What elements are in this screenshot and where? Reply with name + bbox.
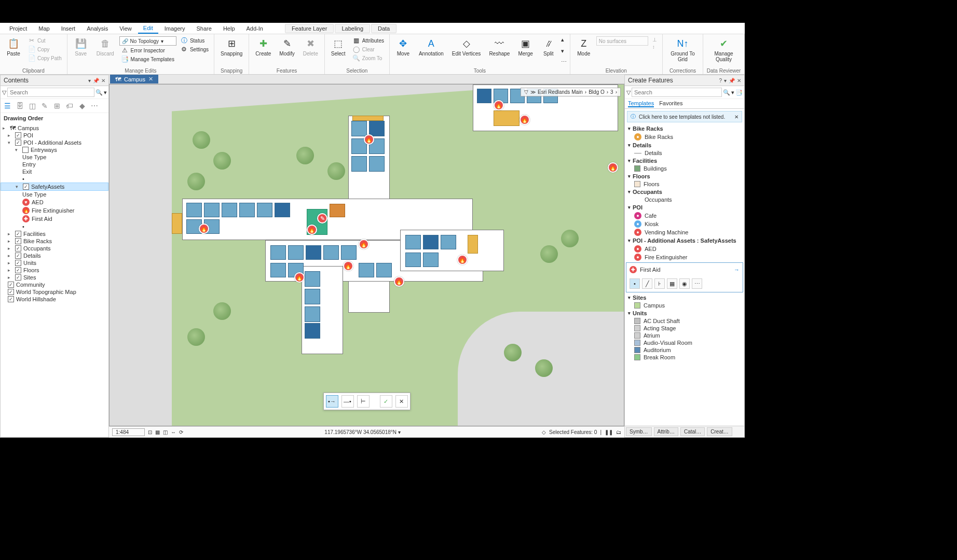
select-button[interactable]: ⬚Select [328,36,349,58]
attributes-button[interactable]: ▦Attributes [351,36,386,45]
fire-marker[interactable]: 🔥 [359,239,369,249]
sb-icon[interactable]: ⊡ [148,429,152,435]
toc-entry[interactable]: Entry [1,161,108,168]
surfaces-combo[interactable]: No surfaces [596,36,648,46]
cf-template-item[interactable]: AC Duct Shaft [625,317,744,325]
info-close-icon[interactable]: ✕ [734,114,739,120]
create-button[interactable]: ✚Create [252,36,274,58]
fire-marker[interactable]: 🔥 [608,162,618,173]
toc-exit[interactable]: Exit [1,168,108,175]
tool-point[interactable]: • [630,278,640,289]
toc-hillshade[interactable]: ✓World Hillshade [1,296,108,303]
cf-group-header[interactable]: ▾ POI - Additional Assets : SafetyAssets [625,236,744,245]
toc-entryways[interactable]: ▾Entryways [1,146,108,153]
menu-insert[interactable]: Insert [56,24,81,33]
toc-bikeracks[interactable]: ▸✓Bike Racks [1,237,108,245]
cf-template-item[interactable]: Floors [625,180,744,188]
point-tool-button[interactable]: •→ [326,395,338,408]
toc-first-aid[interactable]: ✚First Aid [1,215,108,223]
dock-catalog[interactable]: Catal… [680,427,705,436]
ctx-data[interactable]: Data [371,24,397,33]
zoomto-button[interactable]: 🔍Zoom To [351,54,386,62]
sb-icon[interactable]: ↔ [171,429,176,435]
fire-marker[interactable]: 🔥 [394,276,404,287]
reshape-button[interactable]: 〰Reshape [486,36,513,58]
discard-button[interactable]: 🗑Discard [93,36,117,58]
cf-template-item[interactable]: ●Kiosk [625,220,744,228]
fire-marker[interactable]: 🔥 [519,115,530,125]
split-button[interactable]: ⫽Split [538,36,559,58]
document-tab-campus[interactable]: 🗺Campus✕ [110,75,158,83]
sb-icon[interactable]: ⟳ [179,429,183,435]
contents-search-input[interactable] [7,88,94,97]
cf-tab-favorites[interactable]: Favorites [659,100,682,107]
fire-marker[interactable]: 🔥 [364,134,374,145]
menu-view[interactable]: View [114,24,137,33]
toc-campus[interactable]: ▸🗺Campus [1,124,108,132]
pin-icon[interactable]: ▾ [88,78,91,83]
tool-along[interactable]: ⊦ [654,278,665,289]
toc-floors[interactable]: ▸✓Floors [1,267,108,274]
cf-group-header[interactable]: ▾ Facilities [625,157,744,165]
topology-combo[interactable]: 🔗No Topology▾ [119,36,176,46]
cf-template-item[interactable]: Auditorium [625,346,744,354]
sb-icon[interactable]: ◫ [163,429,168,435]
cf-tab-templates[interactable]: Templates [628,100,654,107]
cf-template-item[interactable]: ●Fire Extinguisher [625,253,744,261]
edit-vertices-button[interactable]: ◇Edit Vertices [449,36,484,58]
map-floor-breadcrumb[interactable]: ▽≫ Esri Redlands Main› Bldg O› 3› [521,88,621,96]
end-tool-button[interactable]: —• [341,395,354,408]
manage-quality-button[interactable]: ✔Manage Quality [706,36,741,63]
delete-button[interactable]: ✖Delete [300,36,321,58]
close-icon[interactable]: ✕ [101,78,105,83]
cf-menu-icon[interactable]: ▾ [724,78,727,83]
tools-more-down[interactable]: ▾ [561,48,567,54]
cf-group-header[interactable]: ▾ Details [625,141,744,149]
move-button[interactable]: ✥Move [393,36,414,58]
merge-button[interactable]: ▣Merge [515,36,536,58]
toc-topo[interactable]: ✓World Topographic Map [1,288,108,296]
search-menu-icon[interactable]: ▾ [104,89,107,96]
toc-fire-extinguisher[interactable]: 🔥Fire Extinguisher [1,206,108,215]
fire-marker[interactable]: ✎ [317,213,327,223]
more-icon[interactable]: ⋯ [90,101,99,110]
cf-group-header[interactable]: ▾ Occupants [625,188,744,196]
menu-share[interactable]: Share [192,24,217,33]
cf-template-item[interactable]: Occupants [625,196,744,203]
tools-more-up[interactable]: ▴ [561,36,567,43]
fire-marker[interactable]: 🔥 [307,225,317,235]
menu-map[interactable]: Map [33,24,54,33]
dock-symbology[interactable]: Symb… [626,427,652,436]
copypath-button[interactable]: 📄Copy Path [26,54,64,62]
paste-button[interactable]: 📋Paste [3,36,24,58]
dock-create[interactable]: Creat… [707,427,732,436]
cf-template-item[interactable]: ●Cafe [625,212,744,220]
menu-project[interactable]: Project [4,24,32,33]
vertex-tool-button[interactable]: ⊢ [357,395,370,408]
fire-marker[interactable]: 🔥 [494,100,504,110]
pane-menu-icon[interactable]: 📌 [93,78,99,83]
cf-template-item[interactable]: ●Bike Racks [625,133,744,141]
cut-button[interactable]: ✂Cut [26,36,64,45]
cf-template-item[interactable]: Acting Stage [625,325,744,332]
mode-button[interactable]: ZMode [573,36,594,58]
finish-button[interactable]: ✓ [380,395,392,408]
fire-marker[interactable]: 🔥 [199,223,209,234]
fire-marker[interactable]: 🔥 [294,272,305,283]
menu-edit[interactable]: Edit [138,23,158,34]
catalog-icon[interactable]: 🗂 [616,429,621,435]
cf-manage-icon[interactable]: 📑 [735,89,743,96]
arrow-right-icon[interactable]: → [734,267,740,273]
menu-help[interactable]: Help [218,24,240,33]
fire-marker[interactable]: 🔥 [457,255,468,265]
tools-more-menu[interactable]: ⋯ [561,59,567,65]
cf-template-item[interactable]: Break Room [625,354,744,361]
toc-facilities[interactable]: ▸✓Facilities [1,230,108,237]
cf-search-input[interactable] [632,88,722,97]
cf-filter-icon[interactable]: ▽ [626,89,631,96]
cf-template-item[interactable]: ●Vending Machine [625,228,744,236]
copy-button[interactable]: 📄Copy [26,45,64,53]
search-icon[interactable]: 🔍 [95,89,103,96]
cf-pin-icon[interactable]: 📌 [729,78,735,83]
toc-community[interactable]: ✓Community [1,281,108,288]
